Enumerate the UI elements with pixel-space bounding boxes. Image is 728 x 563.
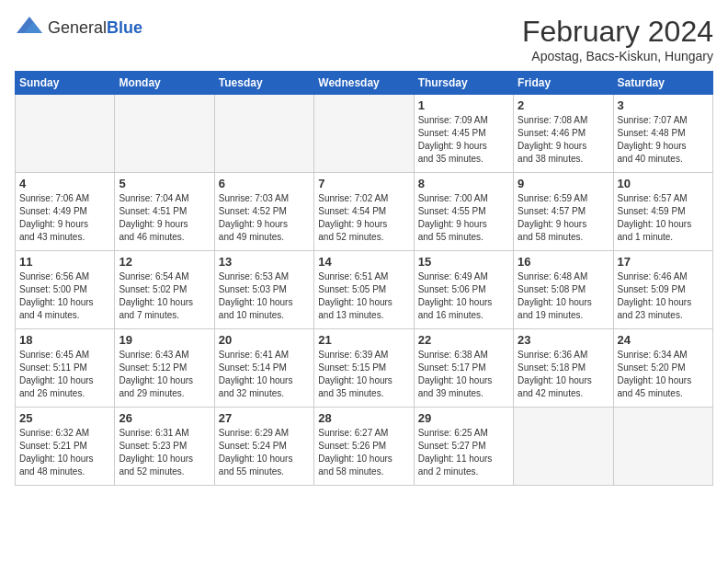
weekday-header: Wednesday — [314, 72, 414, 95]
calendar-cell: 15Sunrise: 6:49 AM Sunset: 5:06 PM Dayli… — [414, 251, 513, 329]
day-number: 3 — [618, 98, 709, 112]
day-info: Sunrise: 6:48 AM Sunset: 5:08 PM Dayligh… — [518, 270, 609, 322]
day-info: Sunrise: 7:00 AM Sunset: 4:55 PM Dayligh… — [418, 192, 509, 244]
logo: GeneralBlue — [15, 15, 142, 40]
calendar-cell: 19Sunrise: 6:43 AM Sunset: 5:12 PM Dayli… — [115, 329, 214, 408]
day-info: Sunrise: 6:53 AM Sunset: 5:03 PM Dayligh… — [219, 270, 310, 322]
day-info: Sunrise: 6:27 AM Sunset: 5:26 PM Dayligh… — [318, 427, 409, 478]
day-info: Sunrise: 6:57 AM Sunset: 4:59 PM Dayligh… — [618, 192, 709, 244]
logo-icon — [15, 15, 44, 40]
calendar-cell: 13Sunrise: 6:53 AM Sunset: 5:03 PM Dayli… — [214, 251, 313, 329]
calendar-cell — [115, 95, 214, 173]
day-info: Sunrise: 7:08 AM Sunset: 4:46 PM Dayligh… — [518, 114, 609, 166]
calendar-cell: 10Sunrise: 6:57 AM Sunset: 4:59 PM Dayli… — [613, 173, 712, 251]
calendar-cell: 28Sunrise: 6:27 AM Sunset: 5:26 PM Dayli… — [314, 408, 414, 486]
calendar-cell: 20Sunrise: 6:41 AM Sunset: 5:14 PM Dayli… — [214, 329, 313, 408]
day-info: Sunrise: 6:54 AM Sunset: 5:02 PM Dayligh… — [119, 270, 210, 322]
day-number: 18 — [19, 333, 110, 347]
day-number: 1 — [418, 98, 509, 112]
day-number: 22 — [418, 333, 509, 347]
calendar-cell: 11Sunrise: 6:56 AM Sunset: 5:00 PM Dayli… — [16, 251, 115, 329]
day-number: 9 — [518, 177, 609, 190]
day-number: 13 — [219, 255, 310, 269]
day-number: 17 — [618, 255, 709, 269]
logo-general: General — [48, 18, 107, 37]
calendar-row: 18Sunrise: 6:45 AM Sunset: 5:11 PM Dayli… — [16, 329, 713, 408]
calendar-cell — [214, 95, 313, 173]
day-number: 19 — [119, 333, 210, 347]
day-number: 25 — [19, 411, 110, 425]
day-info: Sunrise: 7:09 AM Sunset: 4:45 PM Dayligh… — [418, 114, 509, 166]
day-number: 6 — [219, 177, 310, 190]
calendar-cell: 21Sunrise: 6:39 AM Sunset: 5:15 PM Dayli… — [314, 329, 414, 408]
weekday-header: Sunday — [16, 72, 115, 95]
day-info: Sunrise: 6:25 AM Sunset: 5:27 PM Dayligh… — [418, 427, 509, 478]
day-info: Sunrise: 7:04 AM Sunset: 4:51 PM Dayligh… — [119, 192, 210, 244]
calendar-cell: 1Sunrise: 7:09 AM Sunset: 4:45 PM Daylig… — [414, 95, 513, 173]
day-number: 14 — [318, 255, 409, 269]
calendar-cell: 18Sunrise: 6:45 AM Sunset: 5:11 PM Dayli… — [16, 329, 115, 408]
day-info: Sunrise: 6:56 AM Sunset: 5:00 PM Dayligh… — [19, 270, 110, 322]
weekday-header: Thursday — [414, 72, 513, 95]
calendar-cell: 16Sunrise: 6:48 AM Sunset: 5:08 PM Dayli… — [514, 251, 613, 329]
calendar-cell: 3Sunrise: 7:07 AM Sunset: 4:48 PM Daylig… — [613, 95, 712, 173]
day-info: Sunrise: 6:45 AM Sunset: 5:11 PM Dayligh… — [19, 349, 110, 400]
day-info: Sunrise: 7:03 AM Sunset: 4:52 PM Dayligh… — [219, 192, 310, 244]
day-info: Sunrise: 6:34 AM Sunset: 5:20 PM Dayligh… — [618, 349, 709, 400]
day-info: Sunrise: 6:36 AM Sunset: 5:18 PM Dayligh… — [518, 349, 609, 400]
day-info: Sunrise: 6:59 AM Sunset: 4:57 PM Dayligh… — [518, 192, 609, 244]
day-number: 26 — [119, 411, 210, 425]
calendar-cell: 5Sunrise: 7:04 AM Sunset: 4:51 PM Daylig… — [115, 173, 214, 251]
day-number: 24 — [618, 333, 709, 347]
day-number: 4 — [19, 177, 110, 190]
day-number: 28 — [318, 411, 409, 425]
calendar-cell — [314, 95, 414, 173]
calendar-cell: 4Sunrise: 7:06 AM Sunset: 4:49 PM Daylig… — [16, 173, 115, 251]
calendar-cell: 12Sunrise: 6:54 AM Sunset: 5:02 PM Dayli… — [115, 251, 214, 329]
location-title: Apostag, Bacs-Kiskun, Hungary — [522, 49, 713, 63]
calendar-cell: 24Sunrise: 6:34 AM Sunset: 5:20 PM Dayli… — [613, 329, 712, 408]
weekday-header-row: SundayMondayTuesdayWednesdayThursdayFrid… — [16, 72, 713, 95]
day-info: Sunrise: 6:29 AM Sunset: 5:24 PM Dayligh… — [219, 427, 310, 478]
weekday-header: Monday — [115, 72, 214, 95]
calendar-cell: 8Sunrise: 7:00 AM Sunset: 4:55 PM Daylig… — [414, 173, 513, 251]
calendar-cell: 23Sunrise: 6:36 AM Sunset: 5:18 PM Dayli… — [514, 329, 613, 408]
page-header: GeneralBlue February 2024 Apostag, Bacs-… — [15, 15, 713, 63]
day-info: Sunrise: 6:51 AM Sunset: 5:05 PM Dayligh… — [318, 270, 409, 322]
calendar-cell: 29Sunrise: 6:25 AM Sunset: 5:27 PM Dayli… — [414, 408, 513, 486]
day-info: Sunrise: 7:02 AM Sunset: 4:54 PM Dayligh… — [318, 192, 409, 244]
day-number: 15 — [418, 255, 509, 269]
calendar-row: 25Sunrise: 6:32 AM Sunset: 5:21 PM Dayli… — [16, 408, 713, 486]
calendar-cell: 9Sunrise: 6:59 AM Sunset: 4:57 PM Daylig… — [514, 173, 613, 251]
day-number: 23 — [518, 333, 609, 347]
month-title: February 2024 — [522, 15, 713, 49]
calendar-cell: 2Sunrise: 7:08 AM Sunset: 4:46 PM Daylig… — [514, 95, 613, 173]
weekday-header: Saturday — [613, 72, 712, 95]
calendar-cell: 6Sunrise: 7:03 AM Sunset: 4:52 PM Daylig… — [214, 173, 313, 251]
day-number: 20 — [219, 333, 310, 347]
calendar-cell: 27Sunrise: 6:29 AM Sunset: 5:24 PM Dayli… — [214, 408, 313, 486]
calendar-cell — [613, 408, 712, 486]
day-info: Sunrise: 6:32 AM Sunset: 5:21 PM Dayligh… — [19, 427, 110, 478]
day-number: 7 — [318, 177, 409, 190]
title-area: February 2024 Apostag, Bacs-Kiskun, Hung… — [522, 15, 713, 63]
day-number: 2 — [518, 98, 609, 112]
calendar-table: SundayMondayTuesdayWednesdayThursdayFrid… — [15, 71, 713, 486]
day-info: Sunrise: 6:46 AM Sunset: 5:09 PM Dayligh… — [618, 270, 709, 322]
logo-blue: Blue — [107, 18, 142, 37]
day-info: Sunrise: 6:41 AM Sunset: 5:14 PM Dayligh… — [219, 349, 310, 400]
calendar-cell: 14Sunrise: 6:51 AM Sunset: 5:05 PM Dayli… — [314, 251, 414, 329]
day-info: Sunrise: 6:31 AM Sunset: 5:23 PM Dayligh… — [119, 427, 210, 478]
calendar-cell: 17Sunrise: 6:46 AM Sunset: 5:09 PM Dayli… — [613, 251, 712, 329]
day-number: 5 — [119, 177, 210, 190]
day-number: 10 — [618, 177, 709, 190]
day-number: 12 — [119, 255, 210, 269]
calendar-row: 1Sunrise: 7:09 AM Sunset: 4:45 PM Daylig… — [16, 95, 713, 173]
calendar-cell: 7Sunrise: 7:02 AM Sunset: 4:54 PM Daylig… — [314, 173, 414, 251]
calendar-row: 4Sunrise: 7:06 AM Sunset: 4:49 PM Daylig… — [16, 173, 713, 251]
day-info: Sunrise: 7:07 AM Sunset: 4:48 PM Dayligh… — [618, 114, 709, 166]
calendar-cell — [514, 408, 613, 486]
calendar-cell: 22Sunrise: 6:38 AM Sunset: 5:17 PM Dayli… — [414, 329, 513, 408]
day-number: 29 — [418, 411, 509, 425]
day-number: 27 — [219, 411, 310, 425]
